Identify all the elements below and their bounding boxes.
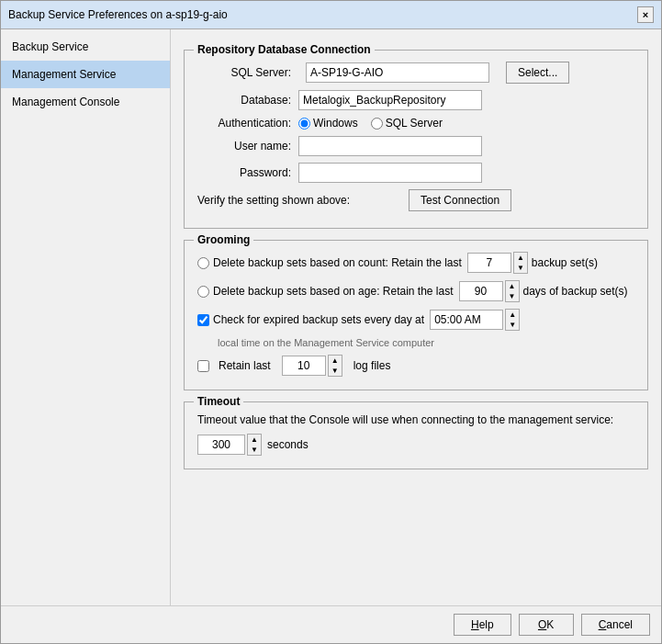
help-label-rest: elp (479, 618, 494, 631)
sql-server-label: SQL Server: (197, 66, 298, 79)
auth-radio-group: Windows SQL Server (298, 117, 443, 130)
time-spinner-btns: ▲ ▼ (505, 309, 520, 331)
username-input[interactable] (298, 136, 482, 156)
test-connection-button[interactable]: Test Connection (409, 189, 511, 211)
sidebar-item-management-service[interactable]: Management Service (1, 61, 170, 88)
content-area: Backup Service Management Service Manage… (1, 29, 661, 605)
auth-windows-option[interactable]: Windows (298, 117, 358, 130)
time-input[interactable] (430, 310, 503, 330)
delete-age-radio[interactable] (197, 286, 209, 298)
password-row: Password: (197, 163, 634, 183)
sidebar-item-backup-service[interactable]: Backup Service (1, 33, 170, 61)
ok-button[interactable]: OK (519, 614, 574, 636)
grooming-title: Grooming (194, 233, 253, 246)
age-input[interactable] (459, 281, 503, 301)
time-spinner: ▲ ▼ (430, 309, 520, 331)
help-button[interactable]: Help (454, 614, 511, 636)
count-up-btn[interactable]: ▲ (514, 253, 527, 263)
sidebar: Backup Service Management Service Manage… (1, 29, 171, 605)
timeout-title: Timeout (194, 395, 243, 408)
timeout-up-btn[interactable]: ▲ (248, 435, 261, 445)
delete-count-radio[interactable] (197, 257, 209, 269)
seconds-label: seconds (267, 438, 309, 451)
cancel-button[interactable]: Cancel (581, 614, 650, 636)
delete-count-row: Delete backup sets based on count: Retai… (197, 252, 634, 274)
timeout-input[interactable] (197, 435, 245, 455)
delete-age-row: Delete backup sets based on age: Retain … (197, 280, 634, 302)
username-row: User name: (197, 136, 634, 156)
repo-db-section: Repository Database Connection SQL Serve… (184, 50, 648, 229)
timeout-description: Timeout value that the Console will use … (197, 413, 634, 426)
auth-windows-label: Windows (313, 117, 358, 130)
retain-up-btn[interactable]: ▲ (329, 356, 342, 366)
auth-windows-radio[interactable] (298, 118, 310, 130)
database-label: Database: (197, 94, 298, 107)
sql-server-row: SQL Server: Select... (197, 62, 634, 84)
password-input[interactable] (298, 163, 482, 183)
password-label: Password: (197, 166, 298, 179)
timeout-down-btn[interactable]: ▼ (248, 445, 261, 455)
count-spinner-btns: ▲ ▼ (513, 252, 528, 274)
count-spinner: ▲ ▼ (467, 252, 528, 274)
timeout-spinner: ▲ ▼ (197, 434, 262, 456)
delete-age-label: Delete backup sets based on age: Retain … (213, 285, 454, 298)
auth-sql-radio[interactable] (371, 118, 383, 130)
timeout-spinner-btns: ▲ ▼ (247, 434, 262, 456)
username-label: User name: (197, 140, 298, 153)
time-up-btn[interactable]: ▲ (506, 310, 519, 320)
check-expired-label: Check for expired backup sets every day … (213, 313, 424, 326)
title-bar: Backup Service Preferences on a-sp19-g-a… (1, 1, 661, 29)
main-window: Backup Service Preferences on a-sp19-g-a… (0, 0, 662, 644)
age-spinner: ▲ ▼ (459, 280, 520, 302)
verify-row: Verify the setting shown above: Test Con… (197, 189, 634, 211)
time-down-btn[interactable]: ▼ (506, 320, 519, 330)
main-panel: Repository Database Connection SQL Serve… (171, 29, 661, 605)
count-down-btn[interactable]: ▼ (514, 263, 527, 273)
auth-label: Authentication: (197, 117, 298, 130)
footer: Help OK Cancel (1, 605, 661, 643)
age-spinner-btns: ▲ ▼ (505, 280, 520, 302)
database-input[interactable] (298, 90, 482, 110)
auth-sql-option[interactable]: SQL Server (371, 117, 443, 130)
verify-label: Verify the setting shown above: (197, 194, 409, 207)
close-button[interactable]: × (637, 6, 654, 23)
sql-server-input[interactable] (306, 62, 489, 83)
timeout-section: Timeout Timeout value that the Console w… (184, 401, 648, 469)
retain-spinner: ▲ ▼ (282, 355, 342, 377)
database-row: Database: (197, 90, 634, 110)
retain-checkbox[interactable] (197, 360, 209, 372)
delete-count-option[interactable]: Delete backup sets based on count: Retai… (197, 256, 462, 269)
retain-row: Retain last ▲ ▼ log files (197, 355, 634, 377)
check-expired-row: Check for expired backup sets every day … (197, 309, 634, 331)
check-expired-checkbox[interactable] (197, 314, 209, 326)
auth-row: Authentication: Windows SQL Server (197, 117, 634, 130)
check-expired-option[interactable]: Check for expired backup sets every day … (197, 313, 424, 326)
select-button[interactable]: Select... (506, 62, 569, 84)
retain-spinner-btns: ▲ ▼ (328, 355, 342, 377)
timeout-value-row: ▲ ▼ seconds (197, 434, 634, 456)
days-label: days of backup set(s) (523, 285, 628, 298)
count-input[interactable] (467, 253, 511, 273)
delete-count-label: Delete backup sets based on count: Retai… (213, 256, 462, 269)
repo-db-title: Repository Database Connection (194, 43, 375, 56)
grooming-section: Grooming Delete backup sets based on cou… (184, 240, 648, 390)
delete-age-option[interactable]: Delete backup sets based on age: Retain … (197, 285, 454, 298)
age-up-btn[interactable]: ▲ (506, 281, 519, 291)
retain-last-label: Retain last (219, 359, 271, 372)
backup-sets-label: backup set(s) (532, 256, 598, 269)
auth-sql-label: SQL Server (386, 117, 443, 130)
retain-input[interactable] (282, 356, 326, 376)
retain-down-btn[interactable]: ▼ (329, 366, 342, 376)
window-title: Backup Service Preferences on a-sp19-g-a… (8, 8, 228, 21)
sidebar-item-management-console[interactable]: Management Console (1, 88, 170, 116)
log-files-label: log files (353, 359, 391, 372)
local-time-note: local time on the Management Service com… (218, 337, 634, 348)
age-down-btn[interactable]: ▼ (506, 291, 519, 301)
